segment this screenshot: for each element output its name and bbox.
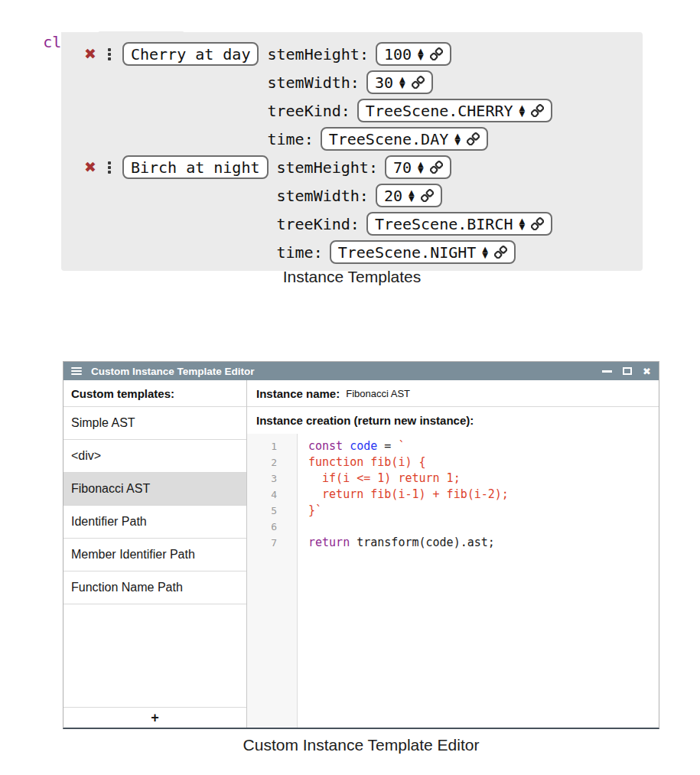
property-value[interactable]: 70 xyxy=(393,158,412,177)
code-line: return transform(code).ast; xyxy=(308,535,659,551)
code-line: return fib(i-1) + fib(i-2); xyxy=(308,487,659,503)
code-token: ` xyxy=(398,439,405,453)
editor-caption: Custom Instance Template Editor xyxy=(63,736,659,754)
property-value-box[interactable]: TreeScene.NIGHT▲▼ xyxy=(330,240,516,264)
instance-templates-caption: Instance Templates xyxy=(61,268,643,286)
property-value-box[interactable]: 70▲▼ xyxy=(385,155,451,179)
link-icon[interactable] xyxy=(494,246,507,259)
code-editor[interactable]: 1234567 const code = `function fib(i) { … xyxy=(247,434,659,728)
stepper-icon[interactable]: ▲▼ xyxy=(409,190,415,202)
property-row: treeKind:TreeScene.CHERRY▲▼ xyxy=(267,96,552,125)
code-token xyxy=(343,439,350,453)
sidebar-item-list: Simple AST<div>Fibonacci ASTIdentifier P… xyxy=(63,406,246,604)
property-label: time: xyxy=(267,130,313,148)
maximize-icon[interactable] xyxy=(623,367,632,375)
property-value[interactable]: TreeScene.NIGHT xyxy=(338,243,477,262)
property-value-box[interactable]: 100▲▼ xyxy=(376,42,451,66)
property-row: time:TreeScene.NIGHT▲▼ xyxy=(277,238,553,266)
property-value[interactable]: 30 xyxy=(375,73,393,92)
property-value[interactable]: TreeScene.DAY xyxy=(329,130,449,148)
line-number: 1 xyxy=(247,438,277,454)
property-row: stemWidth:30▲▼ xyxy=(267,68,552,96)
property-value[interactable]: TreeScene.CHERRY xyxy=(366,102,513,120)
instance-name-field[interactable]: Fibonacci AST xyxy=(346,388,410,399)
window-titlebar: Custom Instance Template Editor ✖ xyxy=(63,362,659,380)
stepper-icon[interactable]: ▲▼ xyxy=(482,246,488,259)
window-controls: ✖ xyxy=(602,366,651,376)
line-number: 5 xyxy=(247,503,277,519)
sidebar-header: Custom templates: xyxy=(63,380,246,406)
sidebar-item[interactable]: Function Name Path xyxy=(63,571,246,604)
drag-handle-icon[interactable] xyxy=(106,47,112,62)
instance-controls: ✖Cherry at day xyxy=(84,40,259,68)
line-number: 6 xyxy=(247,519,277,535)
code-line: }` xyxy=(308,503,659,519)
instance-row: ✖Cherry at daystemHeight:100▲▼stemWidth:… xyxy=(84,40,643,153)
close-icon[interactable]: ✖ xyxy=(643,366,651,376)
property-value-box[interactable]: 30▲▼ xyxy=(366,70,433,94)
line-number: 3 xyxy=(247,471,277,487)
instance-properties: stemHeight:100▲▼stemWidth:30▲▼treeKind:T… xyxy=(267,40,552,153)
template-detail-panel: Instance name: Fibonacci AST Instance cr… xyxy=(247,380,659,728)
code-token: }` xyxy=(308,503,322,517)
line-number: 2 xyxy=(247,454,277,471)
delete-instance-icon[interactable]: ✖ xyxy=(84,160,96,174)
instance-name-label: Instance name: xyxy=(256,387,340,400)
custom-template-editor-window: Custom Instance Template Editor ✖ Custom… xyxy=(63,361,659,729)
window-title: Custom Instance Template Editor xyxy=(91,366,602,377)
line-number: 7 xyxy=(247,535,277,551)
property-value[interactable]: 100 xyxy=(384,45,412,63)
drag-handle-icon[interactable] xyxy=(106,160,112,175)
property-label: stemHeight: xyxy=(277,158,378,177)
property-value-box[interactable]: TreeScene.DAY▲▼ xyxy=(321,127,488,151)
code-token: code xyxy=(350,439,377,453)
link-icon[interactable] xyxy=(467,132,480,145)
instance-name-box[interactable]: Cherry at day xyxy=(122,42,259,66)
code-token: return fib(i-1) + fib(i-2); xyxy=(308,487,509,501)
property-value-box[interactable]: 20▲▼ xyxy=(376,184,442,207)
delete-instance-icon[interactable]: ✖ xyxy=(84,47,96,61)
add-template-button[interactable]: + xyxy=(63,707,246,728)
stepper-icon[interactable]: ▲▼ xyxy=(418,161,424,174)
link-icon[interactable] xyxy=(421,189,434,202)
property-value[interactable]: TreeScene.BIRCH xyxy=(375,215,513,233)
property-label: stemWidth: xyxy=(277,187,369,205)
link-icon[interactable] xyxy=(531,104,544,117)
code-area[interactable]: const code = `function fib(i) { if(i <= … xyxy=(298,434,659,728)
stepper-icon[interactable]: ▲▼ xyxy=(454,133,461,145)
property-row: time:TreeScene.DAY▲▼ xyxy=(267,125,552,153)
property-row: stemWidth:20▲▼ xyxy=(277,181,553,210)
code-line: function fib(i) { xyxy=(308,454,659,471)
line-number-gutter: 1234567 xyxy=(247,434,298,728)
code-token: const xyxy=(308,439,343,453)
instance-controls: ✖Birch at night xyxy=(84,153,269,181)
link-icon[interactable] xyxy=(430,47,443,60)
hamburger-icon[interactable] xyxy=(71,366,82,376)
stepper-icon[interactable]: ▲▼ xyxy=(519,218,526,230)
code-token: function fib(i) { xyxy=(308,455,426,469)
instance-creation-label: Instance creation (return new instance): xyxy=(247,407,659,434)
window-body: Custom templates: Simple AST<div>Fibonac… xyxy=(63,380,659,728)
property-value-box[interactable]: TreeScene.CHERRY▲▼ xyxy=(357,99,552,122)
instance-name-box[interactable]: Birch at night xyxy=(122,155,269,179)
property-value[interactable]: 20 xyxy=(384,187,402,205)
sidebar-item[interactable]: Member Identifier Path xyxy=(63,538,246,571)
property-label: stemHeight: xyxy=(267,45,368,63)
link-icon[interactable] xyxy=(412,76,425,89)
instance-templates-panel: ✖Cherry at daystemHeight:100▲▼stemWidth:… xyxy=(61,32,643,271)
code-token: if(i <= 1) return 1; xyxy=(308,471,461,485)
stepper-icon[interactable]: ▲▼ xyxy=(418,48,424,60)
sidebar-item[interactable]: <div> xyxy=(63,439,246,472)
sidebar-item[interactable]: Fibonacci AST xyxy=(63,472,246,505)
code-token: transform(code).ast; xyxy=(350,536,495,549)
stepper-icon[interactable]: ▲▼ xyxy=(399,77,405,89)
link-icon[interactable] xyxy=(430,161,443,174)
code-token: return xyxy=(308,536,350,549)
sidebar-item[interactable]: Simple AST xyxy=(63,406,246,439)
screenshot-canvas: class TreeScene { ✖Cherry at daystemHeig… xyxy=(0,0,700,775)
minimize-icon[interactable] xyxy=(602,370,612,373)
property-value-box[interactable]: TreeScene.BIRCH▲▼ xyxy=(366,212,552,236)
sidebar-item[interactable]: Identifier Path xyxy=(63,505,246,538)
stepper-icon[interactable]: ▲▼ xyxy=(519,105,526,117)
link-icon[interactable] xyxy=(531,217,544,230)
